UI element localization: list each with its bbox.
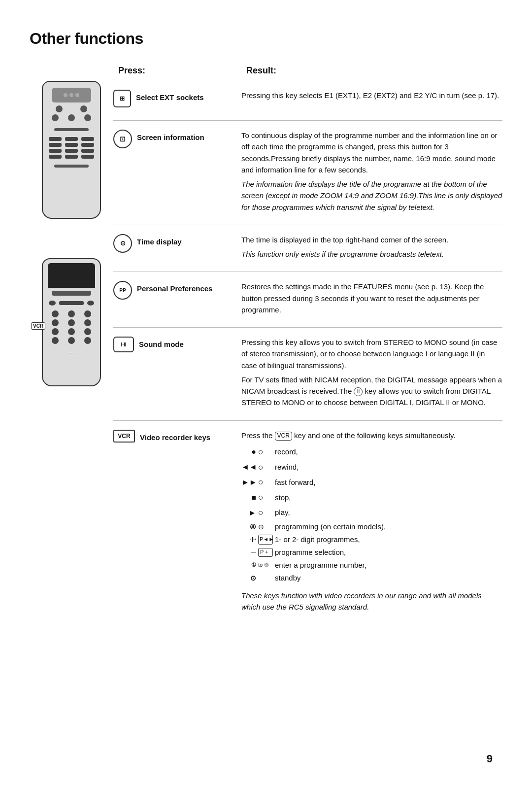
vcr-desc-standby: standby: [275, 572, 502, 584]
key-icon-vcr: VCR: [113, 430, 135, 443]
result-text-sound1: Pressing this key allows you to switch f…: [241, 337, 502, 371]
press-col-select-ext: ⊞ Select EXT sockets: [113, 90, 241, 111]
remote-top-image: [42, 81, 101, 219]
result-italic-vcr: These keys function with video recorders…: [241, 590, 502, 613]
press-label-vcr: Video recorder keys: [140, 430, 210, 443]
result-col-sound: Pressing this key allows you to switch f…: [241, 337, 502, 411]
page: Other functions Press: Result:: [0, 0, 532, 654]
press-label-personal: Personal Preferences: [137, 281, 212, 294]
press-col-time: ⊙ Time display: [113, 234, 241, 263]
main-layout: VCR: [30, 81, 502, 624]
result-col-ext: Pressing this key selects E1 (EXT1), E2 …: [241, 90, 502, 111]
vcr-desc-stop: stop,: [275, 492, 502, 504]
result-header: Result:: [246, 66, 276, 76]
vcr-circle-prog: ⊙: [258, 521, 273, 532]
vcr-symbol-rewind: ◄◄: [241, 461, 256, 474]
function-row-personal: PP Personal Preferences Restores the set…: [113, 272, 502, 327]
key-icon-ext: ⊞: [113, 90, 131, 107]
vcr-symbol-nums: ①: [241, 561, 256, 570]
vcr-symbol-ff: ►►: [241, 476, 256, 489]
key-icon-screen: ⊡: [113, 130, 132, 148]
remote-bottom-buttons: - - -: [46, 291, 97, 355]
key-icon-personal: PP: [113, 281, 132, 300]
nicam-key-inline: II: [354, 387, 363, 396]
result-col-time: The time is displayed in the top right-h…: [241, 234, 502, 263]
press-header: Press:: [118, 66, 246, 76]
key-icon-time: ⊙: [113, 234, 132, 253]
vcr-circle-psel: P +: [258, 548, 273, 557]
content-column: ⊞ Select EXT sockets Pressing this key s…: [113, 81, 502, 624]
vcr-symbol-prog: ④: [241, 521, 256, 532]
press-col-vcr: VCR Video recorder keys: [113, 430, 241, 616]
vcr-desc-play: play,: [275, 507, 502, 518]
vcr-desc-ff: fast forward,: [275, 477, 502, 488]
function-row-vcr: VCR Video recorder keys Press the VCR ke…: [113, 420, 502, 625]
result-col-vcr: Press the VCR key and one of the followi…: [241, 430, 502, 616]
remote-bottom-image: VCR: [42, 258, 101, 386]
result-text-time-normal: The time is displayed in the top right-h…: [241, 234, 502, 245]
remote-column: VCR: [30, 81, 113, 624]
vcr-side-label: VCR: [31, 322, 45, 330]
press-col-sound: I·II Sound mode: [113, 337, 241, 411]
vcr-circle-digit: P◄►: [258, 535, 273, 545]
vcr-circle-rewind: ○: [258, 460, 273, 475]
vcr-circle-stop: ○: [258, 490, 273, 505]
press-col-personal: PP Personal Preferences: [113, 281, 241, 318]
remote-buttons-area: [46, 105, 97, 168]
remote-screen: [52, 88, 91, 102]
vcr-circle-nums: to ⑨: [258, 561, 273, 570]
columns-header: Press: Result:: [118, 66, 502, 76]
vcr-desc-psel: programme selection,: [275, 546, 502, 558]
vcr-desc-nums: enter a programme number,: [275, 559, 502, 571]
vcr-circle-record: ○: [258, 445, 273, 459]
page-number: 9: [487, 752, 493, 765]
vcr-circle-ff: ○: [258, 475, 273, 489]
vcr-symbol-play: ►: [241, 507, 256, 519]
press-label-ext: Select EXT sockets: [136, 90, 204, 102]
function-row-sound: I·II Sound mode Pressing this key allows…: [113, 327, 502, 420]
vcr-desc-record: record,: [275, 446, 502, 458]
result-intro-vcr: Press the VCR key and one of the followi…: [241, 430, 502, 441]
vcr-desc-rewind: rewind,: [275, 461, 502, 473]
result-text-time-italic: This function only exists if the program…: [241, 248, 502, 260]
function-row-time: ⊙ Time display The time is displayed in …: [113, 225, 502, 272]
result-text-ext: Pressing this key selects E1 (EXT1), E2 …: [241, 90, 502, 101]
result-text-screen-italic: The information line displays the title …: [241, 178, 502, 213]
result-col-personal: Restores the settings made in the FEATUR…: [241, 281, 502, 318]
function-row-select-ext: ⊞ Select EXT sockets Pressing this key s…: [113, 81, 502, 120]
vcr-circle-play: ○: [258, 506, 273, 520]
vcr-symbol-standby: ⊙: [241, 573, 256, 583]
vcr-symbol-record: ●: [241, 445, 256, 458]
vcr-items-list: ● ○ record, ◄◄ ○ rewind, ►► ○ fast forwa…: [241, 445, 502, 584]
result-text-screen-normal: To continuous display of the programme n…: [241, 130, 502, 175]
function-row-screen-info: ⊡ Screen information To continuous displ…: [113, 120, 502, 225]
vcr-symbol-psel: —: [241, 548, 256, 557]
press-label-sound: Sound mode: [139, 337, 184, 349]
press-label-screen: Screen information: [137, 130, 204, 142]
vcr-desc-digit: 1- or 2- digit programmes,: [275, 534, 502, 546]
vcr-symbol-stop: ■: [241, 491, 256, 504]
vcr-desc-prog: programming (on certain models),: [275, 521, 502, 533]
press-label-time: Time display: [137, 234, 182, 247]
press-col-screen-info: ⊡ Screen information: [113, 130, 241, 216]
key-icon-sound: I·II: [113, 337, 134, 352]
vcr-symbol-digit: ·|··: [241, 535, 256, 544]
result-text-personal: Restores the settings made in the FEATUR…: [241, 281, 502, 315]
result-col-screen: To continuous display of the programme n…: [241, 130, 502, 216]
vcr-key-inline: VCR: [275, 432, 292, 441]
page-title: Other functions: [30, 30, 502, 48]
result-text-sound2: For TV sets fitted with NICAM reception,…: [241, 374, 502, 409]
